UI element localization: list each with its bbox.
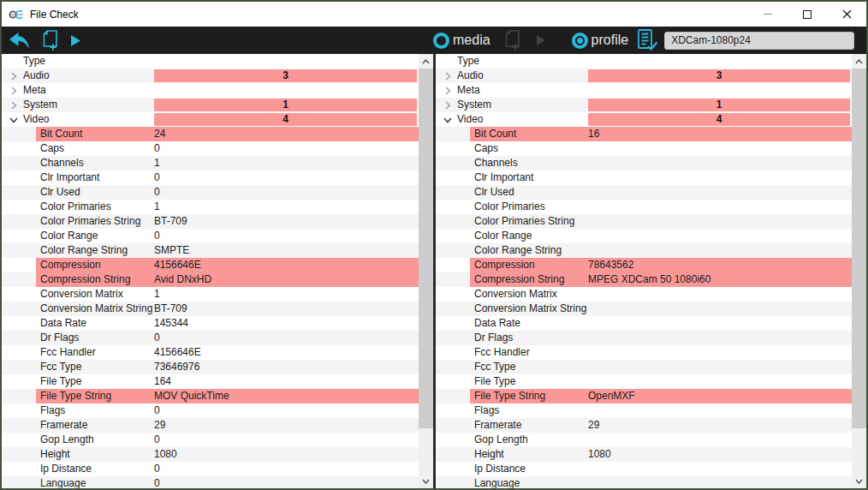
profile-name-input[interactable] [664,32,854,50]
tree-row-framerate[interactable]: Framerate29 [436,418,852,433]
scroll-thumb[interactable] [419,69,433,428]
tree-row-fcc-type[interactable]: Fcc Type [436,360,852,374]
tree-row-gop-length[interactable]: Gop Length0 [2,433,419,447]
tree-row-system[interactable]: System1 [436,98,852,112]
tree-row-audio[interactable]: Audio3 [436,69,852,83]
tree-row-video[interactable]: Video4 [2,112,419,127]
chevron-down-icon[interactable] [443,115,453,125]
minimize-button[interactable] [748,2,788,27]
tree-row-compression[interactable]: Compression78643562 [436,258,852,272]
tree-row-color-range[interactable]: Color Range [436,229,852,243]
row-label: Color Primaries [474,200,545,213]
add-media-file-button[interactable] [502,29,522,51]
add-file-button[interactable] [40,29,60,51]
close-button[interactable] [827,2,866,27]
tree-row-fcc-type[interactable]: Fcc Type73646976 [2,360,419,374]
tree-row-flags[interactable]: Flags [436,403,852,418]
tree-row-audio[interactable]: Audio3 [2,69,419,83]
tree-row-channels[interactable]: Channels [436,156,852,170]
tree-row-meta[interactable]: Meta [2,83,419,98]
tree-row-compression-string[interactable]: Compression StringAvid DNxHD [2,272,419,287]
tree-row-framerate[interactable]: Framerate29 [2,418,419,433]
column-header-type[interactable]: Type [436,54,852,69]
run-check-button[interactable] [70,34,81,47]
row-label: Color Range [40,230,98,242]
tree-row-file-type-string[interactable]: File Type StringOpenMXF [436,389,852,403]
close-icon [842,9,852,19]
tree-row-fcc-handler[interactable]: Fcc Handler [436,345,852,360]
tree-row-file-type[interactable]: File Type164 [2,374,419,389]
profile-radio[interactable] [572,33,588,49]
tree-row-clr-used[interactable]: Clr Used0 [2,185,419,200]
tree-row-conversion-matrix[interactable]: Conversion Matrix [436,287,852,302]
tree-row-conversion-matrix[interactable]: Conversion Matrix1 [2,287,419,302]
tree-row-bit-count[interactable]: Bit Count16 [436,127,852,141]
maximize-button[interactable] [788,2,827,27]
tree-row-color-primaries-string[interactable]: Color Primaries String [436,214,852,229]
tree-row-video[interactable]: Video4 [436,112,852,127]
row-value: 0 [154,404,160,417]
scroll-up-button[interactable] [419,54,433,69]
column-header-type[interactable]: Type [2,54,419,69]
tree-row-dr-flags[interactable]: Dr Flags [436,331,852,345]
media-radio[interactable] [433,33,449,49]
tree-row-system[interactable]: System1 [2,98,419,112]
tree-row-ip-distance[interactable]: Ip Distance0 [2,462,419,476]
row-value: 0 [154,477,160,488]
run-media-button[interactable] [536,34,546,46]
tree-row-color-primaries[interactable]: Color Primaries1 [2,200,419,214]
play-icon [70,34,81,47]
tree-row-caps[interactable]: Caps [436,141,852,156]
back-undo-button[interactable] [7,32,30,50]
tree-row-color-primaries[interactable]: Color Primaries [436,200,852,214]
tree-row-file-type-string[interactable]: File Type StringMOV QuickTime [2,389,419,403]
chevron-right-icon[interactable] [9,86,19,96]
tree-row-clr-important[interactable]: Clr Important [436,170,852,185]
profile-checklist-button[interactable] [635,28,658,52]
tree-row-channels[interactable]: Channels1 [2,156,419,170]
profile-panel: TypeAudio3MetaSystem1Video4Bit Count16Ca… [436,54,866,488]
tree-row-flags[interactable]: Flags0 [2,403,419,418]
chevron-right-icon[interactable] [9,100,19,111]
tree-row-color-range-string[interactable]: Color Range StringSMPTE [2,243,419,258]
tree-row-fcc-handler[interactable]: Fcc Handler4156646E [2,345,419,360]
media-vertical-scrollbar[interactable] [419,54,433,488]
scroll-up-button[interactable] [852,54,866,69]
tree-row-data-rate[interactable]: Data Rate145344 [2,316,419,331]
chevron-right-icon[interactable] [443,100,453,111]
chevron-right-icon[interactable] [443,71,453,81]
tree-row-color-range-string[interactable]: Color Range String [436,243,852,258]
scroll-down-button[interactable] [419,474,433,488]
tree-row-caps[interactable]: Caps0 [2,141,419,156]
chevron-down-icon[interactable] [9,115,19,125]
scroll-track[interactable] [852,69,866,474]
profile-vertical-scrollbar[interactable] [852,54,866,488]
chevron-right-icon[interactable] [443,86,453,96]
row-value: 0 [154,186,160,199]
row-value: 0 [154,171,160,184]
tree-row-conversion-matrix-string[interactable]: Conversion Matrix StringBT-709 [2,302,419,316]
chevron-right-icon[interactable] [9,71,19,81]
tree-row-meta[interactable]: Meta [436,83,852,98]
tree-row-bit-count[interactable]: Bit Count24 [2,127,419,141]
tree-row-language[interactable]: Language0 [2,476,419,488]
tree-row-color-range[interactable]: Color Range0 [2,229,419,243]
tree-row-color-primaries-string[interactable]: Color Primaries StringBT-709 [2,214,419,229]
scroll-track[interactable] [419,69,433,474]
scroll-thumb[interactable] [852,69,866,428]
tree-row-conversion-matrix-string[interactable]: Conversion Matrix String [436,302,852,316]
tree-row-ip-distance[interactable]: Ip Distance [436,462,852,476]
tree-row-clr-important[interactable]: Clr Important0 [2,170,419,185]
row-value: 29 [588,419,599,432]
tree-row-height[interactable]: Height1080 [2,447,419,462]
tree-row-dr-flags[interactable]: Dr Flags0 [2,331,419,345]
tree-row-language[interactable]: Language [436,476,852,488]
tree-row-compression-string[interactable]: Compression StringMPEG XDCam 50 1080i60 [436,272,852,287]
tree-row-clr-used[interactable]: Clr Used [436,185,852,200]
tree-row-data-rate[interactable]: Data Rate [436,316,852,331]
tree-row-gop-length[interactable]: Gop Length [436,433,852,447]
scroll-down-button[interactable] [852,474,866,488]
tree-row-height[interactable]: Height1080 [436,447,852,462]
tree-row-compression[interactable]: Compression4156646E [2,258,419,272]
tree-row-file-type[interactable]: File Type [436,374,852,389]
